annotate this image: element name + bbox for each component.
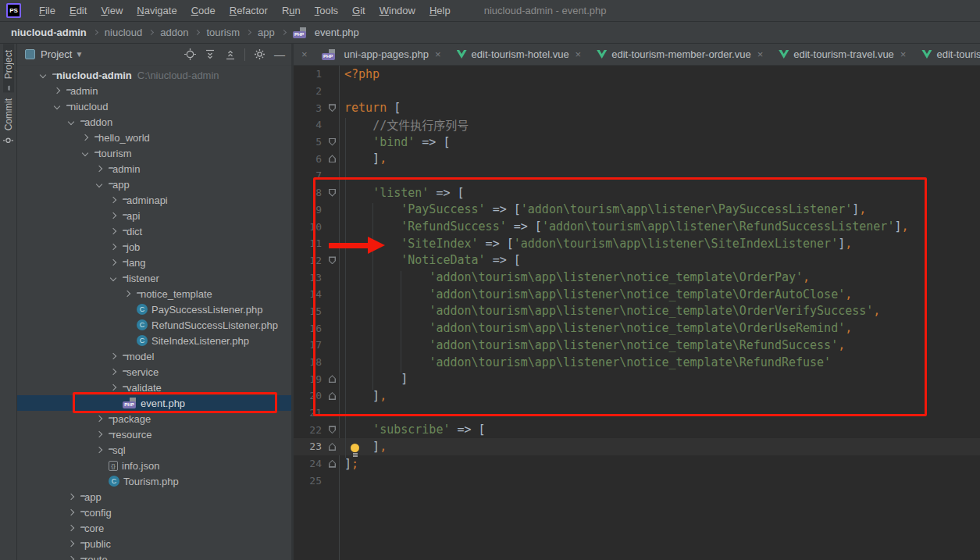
chevron-collapsed-icon[interactable] (110, 212, 116, 219)
breadcrumb-item-niucloud[interactable]: niucloud (102, 25, 145, 40)
chevron-expanded-icon[interactable] (40, 72, 46, 78)
line-number[interactable]: 18 (294, 356, 322, 368)
fold-start-icon[interactable] (329, 104, 336, 112)
code-line-23[interactable]: 23 ], (294, 438, 980, 455)
code-line-7[interactable]: 7 (294, 167, 980, 184)
chevron-collapsed-icon[interactable] (110, 228, 116, 234)
chevron-collapsed-icon[interactable] (110, 369, 116, 375)
line-number[interactable]: 25 (294, 475, 322, 487)
editor-tab-edit-tourism-[interactable]: edit-tourism- (914, 44, 980, 66)
tree-item-addon[interactable]: addon (17, 114, 291, 130)
fold-end-icon[interactable] (329, 460, 336, 468)
chevron-collapsed-icon[interactable] (96, 447, 102, 453)
line-number[interactable]: 13 (294, 272, 322, 284)
chevron-collapsed-icon[interactable] (96, 431, 102, 437)
tree-item-niucloud[interactable]: niucloud (17, 98, 291, 114)
code-line-9[interactable]: 9 'PaySuccess' => ['addon\tourism\app\li… (294, 202, 980, 219)
code-line-13[interactable]: 13 'addon\tourism\app\listener\notice_te… (294, 269, 980, 286)
tree-item-PaySuccessListener.php[interactable]: CPaySuccessListener.php (17, 301, 291, 317)
chevron-collapsed-icon[interactable] (124, 291, 130, 297)
code-line-17[interactable]: 17 'addon\tourism\app\listener\notice_te… (294, 337, 980, 354)
chevron-collapsed-icon[interactable] (96, 166, 102, 172)
expand-all-button[interactable] (201, 46, 219, 63)
tree-item-job[interactable]: job (17, 239, 291, 255)
tree-item-event.php[interactable]: PHPevent.php (17, 395, 291, 411)
tree-item-app[interactable]: app (17, 177, 291, 192)
menu-item-refactor[interactable]: Refactor (223, 2, 275, 19)
tree-item-hello_world[interactable]: hello_world (17, 130, 291, 145)
code-line-4[interactable]: 4 //文件执行序列号 (294, 116, 980, 134)
editor-tab-edit-tourism-member-order-vue[interactable]: edit-tourism-member-order.vue× (589, 44, 771, 66)
code-line-12[interactable]: 12 'NoticeData' => [ (294, 252, 980, 269)
editor-tab-uni-app-pages-php[interactable]: PHPuni-app-pages.php× (314, 44, 449, 66)
tree-item-admin[interactable]: admin (17, 83, 291, 98)
project-panel-title[interactable]: Project (41, 48, 72, 60)
fold-end-icon[interactable] (329, 392, 336, 400)
line-number[interactable]: 16 (294, 323, 322, 334)
code-line-15[interactable]: 15 'addon\tourism\app\listener\notice_te… (294, 303, 980, 320)
code-line-20[interactable]: 20 ], (294, 387, 980, 405)
line-number[interactable]: 14 (294, 288, 322, 300)
chevron-collapsed-icon[interactable] (68, 525, 74, 531)
line-number[interactable]: 12 (294, 255, 322, 266)
tree-item-config[interactable]: config (17, 505, 291, 520)
tree-item-dict[interactable]: dict (17, 223, 291, 239)
breadcrumb-item-event.php[interactable]: PHPevent.php (290, 25, 362, 40)
tree-item-SiteIndexListener.php[interactable]: CSiteIndexListener.php (17, 333, 291, 348)
fold-end-icon[interactable] (329, 443, 336, 451)
chevron-collapsed-icon[interactable] (110, 244, 116, 250)
line-number[interactable]: 3 (294, 102, 322, 114)
tree-item-model[interactable]: model (17, 348, 291, 364)
line-number[interactable]: 15 (294, 305, 322, 317)
chevron-collapsed-icon[interactable] (68, 494, 74, 500)
line-number[interactable]: 17 (294, 339, 322, 351)
line-number[interactable]: 21 (294, 407, 322, 419)
tab-close-icon[interactable]: × (576, 48, 582, 60)
tree-item-tourism[interactable]: tourism (17, 145, 291, 161)
tree-item-resource[interactable]: resource (17, 426, 291, 442)
locate-file-button[interactable] (181, 46, 198, 63)
line-number[interactable]: 19 (294, 373, 322, 385)
chevron-expanded-icon[interactable] (82, 150, 88, 156)
breadcrumb-item-addon[interactable]: addon (157, 25, 191, 40)
menu-item-tools[interactable]: Tools (308, 2, 345, 19)
chevron-collapsed-icon[interactable] (110, 197, 116, 203)
code-line-2[interactable]: 2 (294, 83, 980, 100)
line-number[interactable]: 2 (294, 85, 322, 97)
tree-item-app[interactable]: app (17, 489, 291, 505)
tree-item-adminapi[interactable]: adminapi (17, 192, 291, 208)
fold-end-icon[interactable] (329, 155, 336, 162)
stray-tab-close-icon[interactable]: × (294, 48, 314, 60)
breadcrumb-item-niucloud-admin[interactable]: niucloud-admin (8, 25, 90, 40)
stripe-tab-commit[interactable]: Commit (3, 92, 14, 152)
settings-gear-icon[interactable] (251, 46, 268, 63)
code-line-5[interactable]: 5 'bind' => [ (294, 134, 980, 151)
chevron-expanded-icon[interactable] (68, 119, 74, 125)
chevron-collapsed-icon[interactable] (110, 353, 116, 359)
tree-item-core[interactable]: core (17, 520, 291, 536)
code-line-21[interactable]: 21 (294, 405, 980, 422)
stripe-tab-project[interactable]: Project (3, 44, 14, 92)
chevron-down-icon[interactable]: ▼ (75, 50, 83, 59)
code-editor[interactable]: 1<?php23return [4 //文件执行序列号5 'bind' => [… (294, 66, 980, 560)
tree-item-Tourism.php[interactable]: CTourism.php (17, 473, 291, 489)
code-line-16[interactable]: 16 'addon\tourism\app\listener\notice_te… (294, 319, 980, 337)
breadcrumb-item-app[interactable]: app (255, 25, 278, 40)
line-number[interactable]: 20 (294, 390, 322, 401)
line-number[interactable]: 24 (294, 458, 322, 469)
line-number[interactable]: 9 (294, 204, 322, 216)
tree-item-package[interactable]: package (17, 411, 291, 426)
tree-item-validate[interactable]: validate (17, 380, 291, 395)
code-line-14[interactable]: 14 'addon\tourism\app\listener\notice_te… (294, 286, 980, 303)
chevron-collapsed-icon[interactable] (96, 416, 102, 422)
line-number[interactable]: 6 (294, 153, 322, 165)
chevron-collapsed-icon[interactable] (110, 259, 116, 266)
tree-item-info.json[interactable]: {}info.json (17, 458, 291, 473)
chevron-expanded-icon[interactable] (110, 275, 116, 281)
line-number[interactable]: 11 (294, 237, 322, 249)
tab-close-icon[interactable]: × (900, 48, 907, 60)
hide-panel-button[interactable]: — (271, 46, 288, 63)
menu-item-run[interactable]: Run (275, 2, 308, 19)
menu-item-git[interactable]: Git (345, 2, 372, 19)
tree-item-api[interactable]: api (17, 208, 291, 223)
